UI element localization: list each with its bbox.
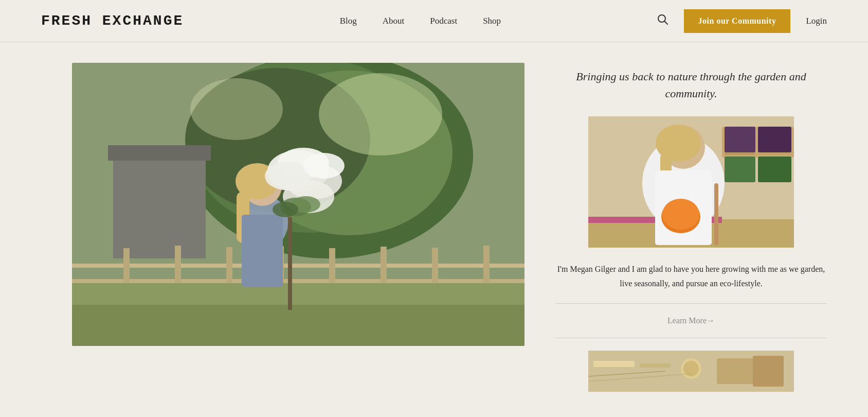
svg-point-34: [303, 153, 345, 179]
svg-rect-15: [226, 247, 232, 284]
login-link[interactable]: Login: [806, 16, 827, 26]
nav-links-list: Blog About Podcast Shop: [340, 16, 501, 26]
sidebar-image: [555, 116, 827, 248]
nav-item-podcast[interactable]: Podcast: [430, 16, 457, 26]
svg-point-7: [319, 73, 442, 155]
sidebar-bio: I'm Megan Gilger and I am glad to have y…: [555, 262, 827, 291]
nav-link-about[interactable]: About: [383, 16, 405, 26]
svg-rect-17: [329, 248, 335, 284]
svg-point-8: [190, 78, 283, 140]
site-header: Fresh Exchange Blog About Podcast Shop J…: [0, 0, 868, 42]
svg-rect-27: [242, 215, 283, 287]
svg-rect-56: [714, 183, 718, 245]
svg-rect-63: [753, 356, 784, 387]
sidebar-bottom-image: [555, 351, 827, 392]
svg-line-1: [664, 21, 667, 24]
svg-rect-10: [108, 145, 211, 161]
nav-item-shop[interactable]: Shop: [483, 16, 501, 26]
main-content: Bringing us back to nature through the g…: [0, 42, 868, 412]
svg-rect-43: [725, 127, 755, 152]
svg-rect-9: [113, 155, 206, 258]
main-nav: Blog About Podcast Shop: [340, 16, 501, 26]
join-community-button[interactable]: Join our Community: [684, 9, 791, 33]
svg-rect-13: [123, 248, 130, 284]
sidebar-image-svg: [555, 116, 827, 248]
svg-rect-20: [483, 246, 490, 284]
svg-rect-22: [72, 305, 525, 346]
sidebar-tagline: Bringing us back to nature through the g…: [555, 68, 827, 102]
svg-rect-19: [432, 248, 438, 284]
sidebar-divider-bottom: [555, 338, 827, 338]
nav-link-podcast[interactable]: Podcast: [430, 16, 457, 26]
nav-link-blog[interactable]: Blog: [340, 16, 357, 26]
hero-image: [72, 63, 525, 346]
header-right-actions: Join our Community Login: [657, 9, 827, 33]
svg-rect-12: [72, 279, 525, 283]
nav-link-shop[interactable]: Shop: [483, 16, 501, 26]
svg-rect-14: [175, 246, 181, 284]
svg-rect-46: [758, 157, 791, 182]
svg-rect-44: [758, 127, 791, 152]
search-icon: [657, 14, 668, 25]
learn-more-link[interactable]: Learn More→: [555, 316, 827, 325]
svg-rect-11: [72, 264, 525, 268]
hero-image-svg: [72, 63, 525, 346]
sidebar-bottom-image-svg: [555, 351, 827, 392]
site-logo[interactable]: Fresh Exchange: [41, 13, 184, 29]
svg-point-37: [273, 202, 298, 217]
svg-rect-18: [381, 247, 387, 284]
svg-rect-45: [725, 157, 755, 182]
svg-point-55: [662, 199, 699, 230]
sidebar: Bringing us back to nature through the g…: [555, 63, 827, 392]
svg-rect-58: [593, 361, 635, 367]
nav-item-blog[interactable]: Blog: [340, 16, 357, 26]
sidebar-divider: [555, 303, 827, 304]
svg-rect-28: [288, 217, 292, 310]
svg-rect-59: [640, 363, 671, 368]
search-button[interactable]: [657, 14, 668, 28]
nav-item-about[interactable]: About: [383, 16, 405, 26]
